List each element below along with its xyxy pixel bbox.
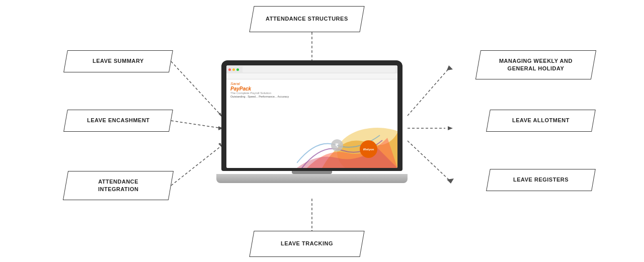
maximize-dot: [236, 68, 239, 71]
box-attendance-structures: ATTENDANCE STRUCTURES: [249, 6, 364, 32]
wave-graphic: ₹: [297, 103, 397, 168]
svg-text:₹: ₹: [335, 143, 339, 148]
svg-marker-15: [448, 126, 453, 130]
box-managing-weekly-holiday: MANAGING WEEKLY AND GENERAL HOLIDAY: [475, 50, 596, 79]
screen-body: Saral PayPack The Complete Payroll Solut…: [226, 79, 397, 168]
screen-tagline: Outstanding . Speed... Performance... Ac…: [230, 95, 393, 98]
svg-line-16: [408, 141, 450, 181]
screen-content: Saral PayPack The Complete Payroll Solut…: [226, 79, 397, 100]
laptop-screen: Saral PayPack The Complete Payroll Solut…: [221, 60, 403, 171]
diagram-container: ATTENDANCE STRUCTURES LEAVE SUMMARY LEAV…: [0, 0, 644, 262]
laptop-screen-inner: Saral PayPack The Complete Payroll Solut…: [226, 65, 397, 168]
screen-toolbar: [226, 65, 397, 73]
laptop-base: [216, 174, 408, 183]
svg-line-8: [171, 121, 221, 128]
close-dot: [228, 68, 231, 71]
box-leave-registers: LEAVE REGISTERS: [486, 169, 596, 191]
svg-marker-13: [447, 65, 453, 70]
svg-line-12: [408, 67, 450, 116]
box-leave-tracking: LEAVE TRACKING: [249, 231, 364, 257]
box-leave-encashment: LEAVE ENCASHMENT: [63, 110, 173, 132]
screen-nav: [226, 73, 397, 79]
box-leave-allotment: LEAVE ALLOTMENT: [486, 110, 596, 132]
box-leave-summary: LEAVE SUMMARY: [63, 50, 173, 72]
minimize-dot: [232, 68, 235, 71]
svg-line-6: [171, 61, 221, 116]
svg-marker-17: [447, 179, 454, 184]
address-bar: [243, 66, 395, 72]
irelyon-badge: iRelyon: [360, 140, 377, 158]
box-attendance-integration: ATTENDANCE INTEGRATION: [63, 171, 174, 200]
laptop: Saral PayPack The Complete Payroll Solut…: [216, 60, 408, 196]
svg-line-10: [171, 146, 221, 186]
paypack-logo: Saral PayPack The Complete Payroll Solut…: [230, 81, 393, 95]
